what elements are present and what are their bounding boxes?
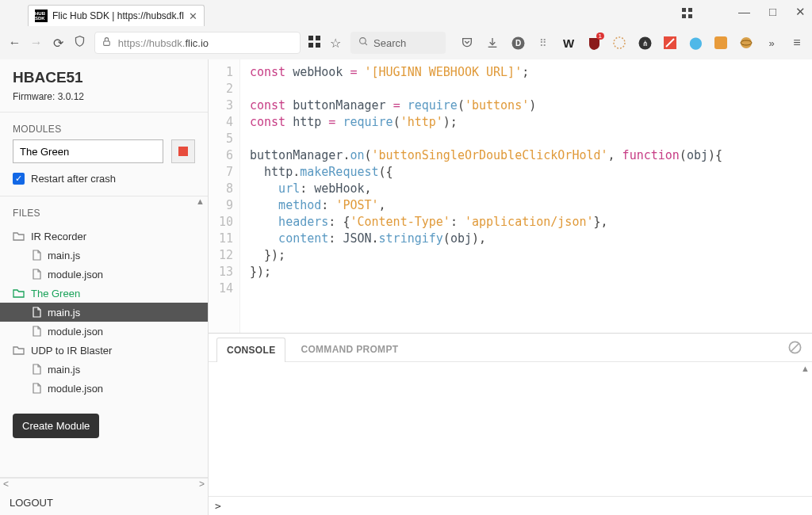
svg-rect-0 xyxy=(682,8,686,12)
search-placeholder: Search xyxy=(373,37,406,49)
window-maximize-icon[interactable]: □ xyxy=(769,5,776,19)
file-label: module.json xyxy=(48,326,103,338)
nav-reload-icon[interactable]: ⟳ xyxy=(51,36,64,51)
svg-rect-18 xyxy=(714,36,727,49)
folder-udp-ir[interactable]: UDP to IR Blaster xyxy=(0,341,208,360)
nav-back-icon[interactable]: ← xyxy=(8,36,21,50)
scroll-up-icon[interactable]: ▲ xyxy=(801,364,810,373)
prompt-caret: > xyxy=(215,500,221,512)
file-label: main.js xyxy=(48,364,80,376)
svg-rect-2 xyxy=(682,14,686,18)
hub-name: HBACE51 xyxy=(13,69,195,86)
clear-console-icon[interactable] xyxy=(787,340,802,357)
ext-red-icon[interactable] xyxy=(663,36,677,50)
hamburger-menu-icon[interactable]: ≡ xyxy=(790,36,804,50)
svg-rect-1 xyxy=(688,8,692,12)
svg-line-10 xyxy=(365,43,367,45)
hub-header: HBACE51 Firmware: 3.0.12 xyxy=(0,59,208,113)
files-section: ▲ FILES IR Recorder main.js module.json … xyxy=(0,196,208,448)
sidebar-bottom: <> LOGOUT xyxy=(0,477,208,515)
ext-globe-icon[interactable] xyxy=(739,36,753,50)
folder-the-green[interactable]: The Green xyxy=(0,284,208,303)
ext-d-icon[interactable]: D xyxy=(511,36,525,50)
search-box[interactable]: Search xyxy=(350,32,446,54)
file-module-json[interactable]: module.json xyxy=(0,322,208,341)
svg-rect-7 xyxy=(308,43,313,48)
console-body[interactable]: ▲ xyxy=(209,362,812,496)
shield-icon[interactable] xyxy=(73,35,86,51)
logout-button[interactable]: LOGOUT xyxy=(0,490,208,515)
window-minimize-icon[interactable]: — xyxy=(738,5,750,19)
browser-toolbar: ← → ⟳ https://hubsdk.flic.io ☆ Search D … xyxy=(0,26,812,59)
console-panel: CONSOLE COMMAND PROMPT ▲ > xyxy=(209,333,812,515)
file-main-js-selected[interactable]: main.js xyxy=(0,303,208,322)
tab-favicon: HUB SDK xyxy=(35,10,48,22)
console-tabs: CONSOLE COMMAND PROMPT xyxy=(209,334,812,362)
restart-checkbox[interactable]: ✓ xyxy=(13,173,25,185)
file-label: module.json xyxy=(48,269,103,280)
scroll-right-icon[interactable]: > xyxy=(199,479,205,490)
svg-text:⋔: ⋔ xyxy=(642,40,648,48)
main-area: 1234567891011121314 const webHook = '[HU… xyxy=(209,59,812,515)
ext-orange-icon[interactable] xyxy=(714,36,728,50)
file-tree: IR Recorder main.js module.json The Gree… xyxy=(0,223,208,407)
ext-w-icon[interactable]: W xyxy=(561,36,576,50)
line-number-gutter: 1234567891011121314 xyxy=(209,59,240,333)
sidebar: HBACE51 Firmware: 3.0.12 MODULES ✓ Resta… xyxy=(0,59,209,515)
download-icon[interactable] xyxy=(485,36,500,50)
svg-rect-3 xyxy=(688,14,692,18)
stop-icon xyxy=(178,147,188,156)
modules-header: MODULES xyxy=(0,113,208,139)
tab-title: Flic Hub SDK | https://hubsdk.fl xyxy=(52,10,184,21)
file-main-js[interactable]: main.js xyxy=(0,246,208,265)
browser-tab[interactable]: HUB SDK Flic Hub SDK | https://hubsdk.fl… xyxy=(28,5,205,26)
scroll-left-icon[interactable]: < xyxy=(3,479,9,490)
ext-m-icon[interactable]: ⋔ xyxy=(638,36,652,50)
sidebar-hscroll[interactable]: <> xyxy=(0,478,208,490)
svg-rect-8 xyxy=(316,43,320,48)
svg-rect-6 xyxy=(316,36,320,40)
tab-close-icon[interactable]: ✕ xyxy=(189,10,197,22)
ext-ghost-icon[interactable]: ⬤ xyxy=(688,36,703,50)
tab-console[interactable]: CONSOLE xyxy=(216,338,285,362)
svg-point-14 xyxy=(614,37,625,48)
bookmark-star-icon[interactable]: ☆ xyxy=(329,36,343,51)
create-module-button[interactable]: Create Module xyxy=(13,414,99,438)
folder-ir-recorder[interactable]: IR Recorder xyxy=(0,227,208,246)
svg-rect-4 xyxy=(104,41,110,45)
browser-chrome: HUB SDK Flic Hub SDK | https://hubsdk.fl… xyxy=(0,0,812,59)
file-module-json[interactable]: module.json xyxy=(0,265,208,284)
folder-label: The Green xyxy=(31,288,80,299)
file-main-js[interactable]: main.js xyxy=(0,360,208,379)
file-label: main.js xyxy=(48,307,80,319)
site-grid-icon[interactable] xyxy=(308,36,321,51)
lock-icon xyxy=(102,36,112,49)
extensions-row: D ⠿ W 1 ⋔ ⬤ » ≡ xyxy=(454,36,804,50)
url-bar[interactable]: https://hubsdk.flic.io xyxy=(94,32,301,54)
file-label: main.js xyxy=(48,250,80,261)
ublock-icon[interactable]: 1 xyxy=(587,36,601,50)
restart-row[interactable]: ✓ Restart after crash xyxy=(0,173,208,196)
nav-forward-icon[interactable]: → xyxy=(29,36,43,50)
scroll-up-icon[interactable]: ▲ xyxy=(196,196,205,206)
overflow-icon[interactable]: » xyxy=(764,36,779,50)
stop-button[interactable] xyxy=(171,139,195,163)
code-editor[interactable]: 1234567891011121314 const webHook = '[HU… xyxy=(209,59,812,333)
firmware-label: Firmware: 3.0.12 xyxy=(13,91,195,102)
console-prompt[interactable]: > xyxy=(209,496,812,515)
folder-label: IR Recorder xyxy=(31,231,86,242)
apps-grid-icon[interactable] xyxy=(682,8,693,21)
module-name-input[interactable] xyxy=(13,139,163,163)
svg-point-9 xyxy=(360,38,366,44)
files-header: FILES xyxy=(0,196,208,223)
svg-rect-5 xyxy=(308,36,313,40)
tab-command-prompt[interactable]: COMMAND PROMPT xyxy=(290,337,408,361)
code-content[interactable]: const webHook = '[HUGINN WEBHOOK URL]'; … xyxy=(240,59,722,333)
file-module-json[interactable]: module.json xyxy=(0,379,208,398)
puzzle-icon[interactable]: ⠿ xyxy=(536,36,550,50)
window-close-icon[interactable]: ✕ xyxy=(795,5,806,19)
url-text: https://hubsdk.flic.io xyxy=(118,37,209,49)
ext-circle1-icon[interactable] xyxy=(612,36,626,50)
pocket-icon[interactable] xyxy=(460,36,474,50)
window-controls: — □ ✕ xyxy=(738,5,806,19)
